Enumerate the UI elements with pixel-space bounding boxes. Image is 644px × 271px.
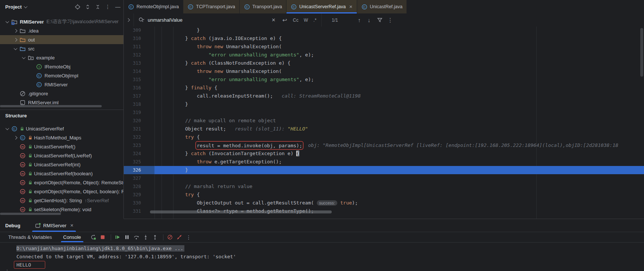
step-over-icon[interactable] bbox=[132, 233, 141, 241]
close-icon[interactable]: ✕ bbox=[70, 223, 74, 228]
code-line-321[interactable]: 321 Object result; result (slot_11): "HE… bbox=[124, 125, 644, 133]
line-number[interactable]: 326 bbox=[124, 166, 141, 174]
view-breakpoints-icon[interactable] bbox=[166, 233, 174, 241]
code-line-317[interactable]: 317 call.releaseInputStream(); call: Str… bbox=[124, 92, 644, 100]
mute-breakpoints-icon[interactable] bbox=[175, 233, 184, 241]
tree-item-unicastserverref-boolean-[interactable]: mUnicastServerRef(boolean) bbox=[0, 169, 123, 178]
structure-horizontal-scrollbar[interactable] bbox=[0, 213, 61, 215]
hide-icon[interactable]: — bbox=[114, 3, 121, 10]
toggle-words[interactable]: W bbox=[304, 18, 308, 23]
step-into-icon[interactable] bbox=[142, 233, 150, 241]
line-number[interactable]: 324 bbox=[124, 150, 141, 158]
line-number[interactable]: 320 bbox=[124, 117, 141, 125]
chevron-right-icon[interactable] bbox=[13, 136, 17, 139]
tab-unicastref.java[interactable]: CUnicastRef.java bbox=[357, 0, 407, 13]
line-number[interactable]: 330 bbox=[124, 199, 141, 207]
console-line[interactable]: D:\ruanjian\huanjinbianliang\jdk1.8.0_65… bbox=[16, 244, 184, 253]
code-line-312[interactable]: 312 "error unmarshalling arguments", e); bbox=[124, 51, 644, 59]
line-number[interactable]: 325 bbox=[124, 158, 141, 166]
expand-all-icon[interactable] bbox=[84, 3, 91, 10]
code-line-329[interactable]: 329 try { bbox=[124, 191, 644, 199]
collapse-search-icon[interactable] bbox=[127, 13, 129, 27]
code-line-323[interactable]: 323 result = method.invoke(obj, params);… bbox=[124, 141, 644, 150]
line-number[interactable]: 322 bbox=[124, 133, 141, 141]
chevron-right-icon[interactable] bbox=[13, 38, 17, 41]
code-line-316[interactable]: 316 } finally { bbox=[124, 84, 644, 92]
line-number[interactable]: 318 bbox=[124, 100, 141, 108]
pause-icon[interactable] bbox=[123, 233, 131, 241]
code-line-330[interactable]: 330 ObjectOutput out = call.getResultStr… bbox=[124, 199, 644, 207]
clear-search-icon[interactable]: ✕ bbox=[272, 13, 276, 27]
code-line-324[interactable]: 324 } catch (InvocationTargetException e… bbox=[124, 150, 644, 158]
rerun-icon[interactable] bbox=[89, 233, 98, 241]
editor-horizontal-scrollbar[interactable] bbox=[150, 210, 332, 213]
tree-item-example[interactable]: example bbox=[0, 53, 123, 62]
tab-remoteobjimpl.java[interactable]: CRemoteObjImpl.java bbox=[124, 0, 183, 13]
code-line-310[interactable]: 310 } catch (java.io.IOException e) { bbox=[124, 34, 644, 43]
code-line-313[interactable]: 313 } catch (ClassNotFoundException e) { bbox=[124, 59, 644, 67]
search-input[interactable]: unmarshalValue bbox=[148, 13, 183, 27]
tab-threads-variables[interactable]: Threads & Variables bbox=[5, 232, 55, 242]
code-line-319[interactable]: 319 bbox=[124, 108, 644, 117]
tree-item-unicastserverref-liveref-[interactable]: mUnicastServerRef(LiveRef) bbox=[0, 151, 123, 160]
code-line-309[interactable]: 309 } bbox=[124, 27, 644, 34]
code-line-318[interactable]: 318 } bbox=[124, 100, 644, 108]
console-line[interactable]: HELLO bbox=[16, 261, 45, 269]
line-number[interactable]: 314 bbox=[124, 67, 141, 76]
chevron-down-icon[interactable] bbox=[5, 126, 9, 130]
code-line-322[interactable]: 322 try { bbox=[124, 133, 644, 141]
filter-icon[interactable] bbox=[377, 13, 383, 27]
code-line-326[interactable]: 326 } bbox=[124, 166, 644, 174]
line-number[interactable]: 329 bbox=[124, 191, 141, 199]
line-number[interactable]: 323 bbox=[124, 141, 141, 150]
tree-item-iremoteobj[interactable]: IIRemoteObj bbox=[0, 62, 123, 71]
tree-item-unicastserverref-int-[interactable]: mUnicastServerRef(int) bbox=[0, 160, 123, 169]
close-icon[interactable]: ✕ bbox=[349, 4, 352, 9]
select-opened-file-icon[interactable] bbox=[74, 3, 81, 10]
tab-console[interactable]: Console bbox=[60, 232, 84, 242]
code-line-325[interactable]: 325 throw e.getTargetException(); bbox=[124, 158, 644, 166]
step-out-icon[interactable] bbox=[151, 233, 159, 241]
more-icon[interactable]: ⋮ bbox=[185, 233, 193, 241]
tree-item-.idea[interactable]: .idea bbox=[0, 26, 123, 35]
tree-item-exportobject-remote-object-boolean-r[interactable]: mexportObject(Remote, Object, boolean): … bbox=[0, 187, 123, 196]
line-number[interactable]: 321 bbox=[124, 125, 141, 133]
tab-unicastserverref.java[interactable]: CUnicastServerRef.java✕ bbox=[286, 0, 357, 13]
more-icon[interactable]: ⋮ bbox=[104, 3, 111, 10]
tree-item-remoteobjimpl[interactable]: CRemoteObjImpl bbox=[0, 71, 123, 80]
tree-item-exportobject-remote-object-remotestu[interactable]: mexportObject(Remote, Object): RemoteStu bbox=[0, 178, 123, 187]
collapse-all-icon[interactable] bbox=[94, 3, 101, 10]
line-number[interactable]: 309 bbox=[124, 27, 141, 34]
tree-item-getclienthost-string[interactable]: mgetClientHost(): String↑ServerRef bbox=[0, 196, 123, 205]
line-number[interactable]: 317 bbox=[124, 92, 141, 100]
editor-vertical-scrollbar[interactable] bbox=[640, 28, 643, 77]
tree-item-.gitignore[interactable]: .gitignore bbox=[0, 89, 123, 98]
debug-session-tab[interactable]: RMIServer ✕ bbox=[31, 219, 77, 232]
tab-transport.java[interactable]: CTransport.java bbox=[240, 0, 286, 13]
tree-item-out[interactable]: out bbox=[0, 35, 123, 44]
chevron-down-icon[interactable] bbox=[5, 19, 9, 23]
line-number[interactable]: 331 bbox=[124, 207, 141, 215]
line-number[interactable]: 313 bbox=[124, 59, 141, 67]
toggle-match-case[interactable]: Cc bbox=[293, 18, 298, 23]
code-line-314[interactable]: 314 throw new UnmarshalException( bbox=[124, 67, 644, 76]
stop-icon[interactable] bbox=[99, 233, 107, 241]
chevron-right-icon[interactable] bbox=[13, 29, 17, 33]
search-icon[interactable] bbox=[138, 13, 145, 27]
code-line-311[interactable]: 311 throw new UnmarshalException( bbox=[124, 43, 644, 51]
console-line[interactable]: Connected to the target VM, address: '12… bbox=[16, 253, 236, 261]
toggle-regex[interactable]: .* bbox=[313, 18, 317, 23]
arrow-up-icon[interactable]: ↑ bbox=[4, 268, 10, 271]
chevron-down-icon[interactable] bbox=[24, 4, 28, 8]
line-number[interactable]: 316 bbox=[124, 84, 141, 92]
tree-item-rmiserver[interactable]: CRMIServer bbox=[0, 80, 123, 89]
resume-icon[interactable] bbox=[114, 233, 122, 241]
new-line-icon[interactable]: ↩ bbox=[282, 13, 287, 27]
tree-item-hashtomethod_maps[interactable]: CHashToMethod_Maps bbox=[0, 133, 123, 142]
tree-item-src[interactable]: src bbox=[0, 44, 123, 53]
more-icon[interactable]: ⋮ bbox=[387, 13, 393, 27]
code-line-320[interactable]: 320 // make upcall on remote object bbox=[124, 117, 644, 125]
code-line-328[interactable]: 328 // marshal return value bbox=[124, 182, 644, 191]
chevron-down-icon[interactable] bbox=[22, 55, 25, 59]
chevron-down-icon[interactable] bbox=[13, 46, 17, 50]
